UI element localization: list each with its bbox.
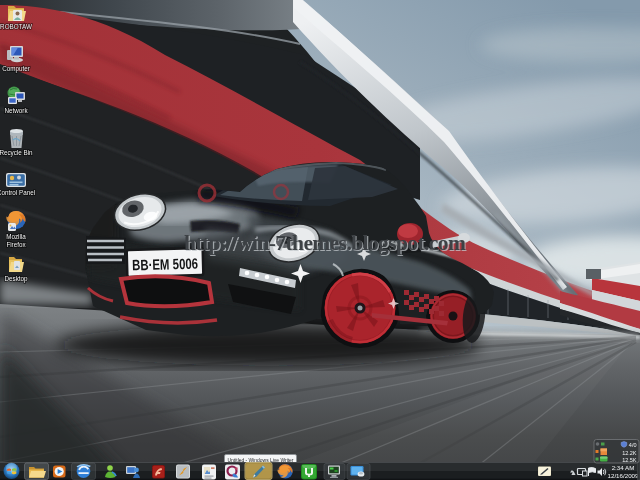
svg-text:12.5K: 12.5K [622, 457, 637, 463]
svg-text:Mozilla: Mozilla [6, 233, 26, 240]
svg-text:12.2K: 12.2K [622, 450, 637, 456]
svg-text:ROBOTAW: ROBOTAW [0, 23, 32, 30]
svg-text:12/16/2009: 12/16/2009 [608, 472, 640, 479]
svg-text:Control Panel: Control Panel [0, 189, 35, 196]
svg-text:Computer: Computer [2, 65, 30, 73]
svg-text:http://win-7themes.blogspot.co: http://win-7themes.blogspot.com [184, 231, 466, 255]
svg-text:Recycle Bin: Recycle Bin [0, 149, 33, 157]
svg-text:Network: Network [4, 107, 28, 114]
svg-text:BB·EM 5006: BB·EM 5006 [132, 255, 198, 274]
svg-text:Firefox: Firefox [6, 241, 26, 248]
svg-text:▲: ▲ [570, 469, 577, 476]
svg-text:Untitled - Windows Live Writer: Untitled - Windows Live Writer [228, 457, 294, 463]
svg-text:4/0: 4/0 [629, 442, 637, 448]
svg-text:2:34 AM: 2:34 AM [612, 464, 635, 471]
svg-text:Desktop: Desktop [4, 275, 28, 283]
